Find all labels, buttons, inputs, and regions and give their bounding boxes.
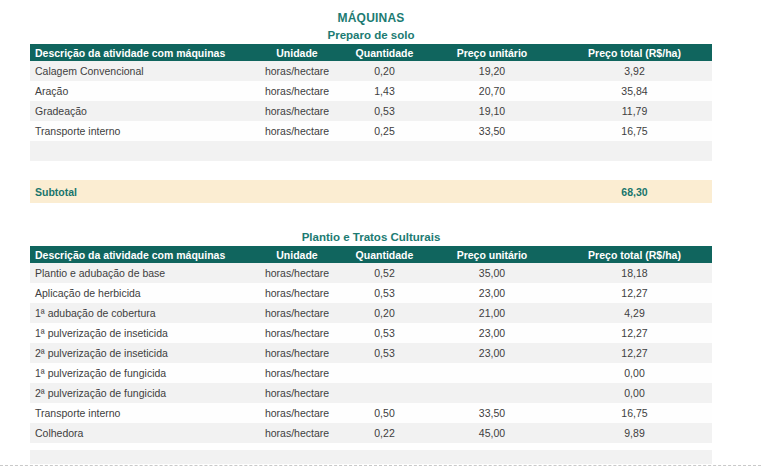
cell-unit[interactable]: horas/hectare [252,427,342,439]
table-row: Calagem Convencionalhoras/hectare0,2019,… [30,61,712,81]
table-row: 2ª pulverização de fungicidahoras/hectar… [30,383,712,403]
cell-qty[interactable]: 0,53 [342,327,427,339]
cell-unit-price[interactable]: 35,00 [427,267,557,279]
cell-unit[interactable]: horas/hectare [252,125,342,137]
table-row: Araçãohoras/hectare1,4320,7035,84 [30,81,712,101]
cell-unit[interactable]: horas/hectare [252,367,342,379]
cell-qty[interactable]: 1,43 [342,85,427,97]
table-row: Aplicação de herbicidahoras/hectare0,532… [30,283,712,303]
section-preparo-de-solo: Preparo de soloDescrição da atividade co… [30,27,712,203]
cell-unit[interactable]: horas/hectare [252,387,342,399]
cell-unit[interactable]: horas/hectare [252,287,342,299]
cell-total[interactable]: 4,29 [557,307,712,319]
column-header-unit: Unidade [252,249,342,261]
cell-total[interactable]: 18,18 [557,267,712,279]
column-header-unit-price: Preço unitário [427,249,557,261]
subtotal-label[interactable]: Subtotal [30,186,557,198]
cell-unit[interactable]: horas/hectare [252,307,342,319]
empty-row[interactable] [30,141,712,161]
cell-unit[interactable]: horas/hectare [252,105,342,117]
section-title-plantio-e-tratos-culturais: Plantio e Tratos Culturais [30,229,712,245]
table-row: Colhedorahoras/hectare0,2245,009,89 [30,423,712,443]
cell-unit-price[interactable]: 23,00 [427,347,557,359]
table-row: 2ª pulverização de inseticidahoras/hecta… [30,343,712,363]
table-row: Transporte internohoras/hectare0,5033,50… [30,403,712,423]
cell-total[interactable]: 0,00 [557,387,712,399]
table-row: 1ª pulverização de fungicidahoras/hectar… [30,363,712,383]
cell-qty[interactable]: 0,53 [342,287,427,299]
cell-total[interactable]: 12,27 [557,347,712,359]
cell-unit[interactable]: horas/hectare [252,407,342,419]
cell-desc[interactable]: Gradeação [30,105,252,117]
sections-container: Preparo de soloDescrição da atividade co… [30,27,712,464]
column-header-total: Preço total (R$/ha) [557,249,712,261]
cell-unit-price[interactable]: 23,00 [427,287,557,299]
cell-unit[interactable]: horas/hectare [252,347,342,359]
column-header-qty: Quantidade [342,47,427,59]
table-row: Transporte internohoras/hectare0,2533,50… [30,121,712,141]
section-title-preparo-de-solo: Preparo de solo [30,27,712,43]
table-header-row: Descrição da atividade com máquinasUnida… [30,44,712,61]
table-row: Plantio e adubação de basehoras/hectare0… [30,263,712,283]
cell-unit-price[interactable]: 19,20 [427,65,557,77]
cell-desc[interactable]: 1ª adubação de cobertura [30,307,252,319]
section-plantio-e-tratos-culturais: Plantio e Tratos CulturaisDescrição da a… [30,229,712,464]
cell-qty[interactable]: 0,50 [342,407,427,419]
cell-unit-price[interactable]: 19,10 [427,105,557,117]
cell-qty[interactable]: 0,53 [342,105,427,117]
cell-desc[interactable]: 1ª pulverização de fungicida [30,367,252,379]
cell-unit-price[interactable]: 20,70 [427,85,557,97]
cell-qty[interactable]: 0,20 [342,65,427,77]
cell-desc[interactable]: Transporte interno [30,125,252,137]
cell-total[interactable]: 0,00 [557,367,712,379]
cell-unit-price[interactable]: 21,00 [427,307,557,319]
empty-row[interactable] [30,450,712,464]
cell-total[interactable]: 3,92 [557,65,712,77]
column-header-unit-price: Preço unitário [427,47,557,59]
table-row: Gradeaçãohoras/hectare0,5319,1011,79 [30,101,712,121]
column-header-desc: Descrição da atividade com máquinas [30,47,252,59]
cell-total[interactable]: 9,89 [557,427,712,439]
column-header-desc: Descrição da atividade com máquinas [30,249,252,261]
cell-desc[interactable]: Colhedora [30,427,252,439]
page-title: MÁQUINAS [30,10,712,26]
cell-unit-price[interactable]: 45,00 [427,427,557,439]
cell-unit[interactable]: horas/hectare [252,85,342,97]
cell-desc[interactable]: 2ª pulverização de inseticida [30,347,252,359]
cell-desc[interactable]: Plantio e adubação de base [30,267,252,279]
cell-desc[interactable]: Aplicação de herbicida [30,287,252,299]
page-break-line [0,465,761,466]
cell-qty[interactable]: 0,25 [342,125,427,137]
column-header-total: Preço total (R$/ha) [557,47,712,59]
cell-qty[interactable]: 0,20 [342,307,427,319]
cell-desc[interactable]: Calagem Convencional [30,65,252,77]
cell-qty[interactable]: 0,52 [342,267,427,279]
cell-desc[interactable]: Transporte interno [30,407,252,419]
cell-total[interactable]: 35,84 [557,85,712,97]
cell-desc[interactable]: 2ª pulverização de fungicida [30,387,252,399]
column-header-qty: Quantidade [342,249,427,261]
subtotal-value[interactable]: 68,30 [557,186,712,198]
cell-unit[interactable]: horas/hectare [252,65,342,77]
spreadsheet: MÁQUINAS Preparo de soloDescrição da ati… [30,10,712,464]
table-row: 1ª adubação de coberturahoras/hectare0,2… [30,303,712,323]
cell-desc[interactable]: Aração [30,85,252,97]
cell-total[interactable]: 12,27 [557,287,712,299]
cell-desc[interactable]: 1ª pulverização de inseticida [30,327,252,339]
cell-unit[interactable]: horas/hectare [252,267,342,279]
cell-total[interactable]: 16,75 [557,407,712,419]
cell-unit-price[interactable]: 33,50 [427,125,557,137]
cell-total[interactable]: 12,27 [557,327,712,339]
table-row: 1ª pulverização de inseticidahoras/hecta… [30,323,712,343]
cell-qty[interactable]: 0,22 [342,427,427,439]
cell-unit-price[interactable]: 33,50 [427,407,557,419]
cell-unit[interactable]: horas/hectare [252,327,342,339]
table-header-row: Descrição da atividade com máquinasUnida… [30,246,712,263]
cell-qty[interactable]: 0,53 [342,347,427,359]
column-header-unit: Unidade [252,47,342,59]
cell-total[interactable]: 16,75 [557,125,712,137]
subtotal-row: Subtotal68,30 [30,180,712,203]
cell-unit-price[interactable]: 23,00 [427,327,557,339]
cell-total[interactable]: 11,79 [557,105,712,117]
